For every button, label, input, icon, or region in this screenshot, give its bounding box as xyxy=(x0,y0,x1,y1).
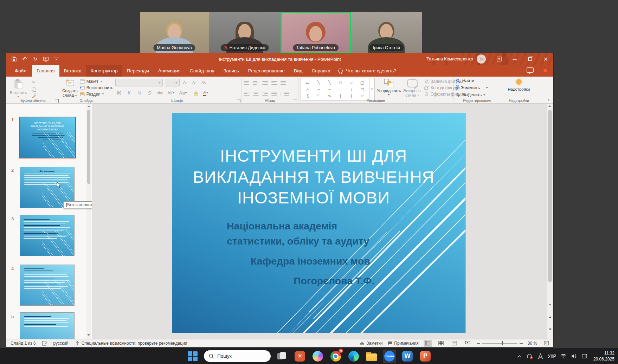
bold-button[interactable]: Ж xyxy=(115,89,122,97)
reset-slide-button[interactable]: Восстановить xyxy=(80,85,114,90)
tab-home[interactable]: Главная xyxy=(32,65,59,77)
shrink-font-icon[interactable]: А˅ xyxy=(191,79,198,86)
slide-canvas[interactable]: ІНСТРУМЕНТИ ШІ ДЛЯ ВИКЛАДАННЯ ТА ВИВЧЕНН… xyxy=(172,113,465,333)
shape-glyph[interactable]: } xyxy=(350,93,352,98)
notes-edit-icon[interactable] xyxy=(42,341,47,346)
shape-glyph[interactable]: → xyxy=(339,87,343,92)
minimize-button[interactable]: ─ xyxy=(507,53,522,65)
accessibility-status[interactable]: Специальные возможности: проверьте реком… xyxy=(75,341,187,346)
grow-font-icon[interactable]: А˄ xyxy=(182,79,189,86)
slide-thumbnail-panel[interactable]: 1 ІНСТРУМЕНТИ ШІ ДЛЯВИКЛАДАННЯ ТА ВИВЧЕН… xyxy=(6,104,92,339)
replace-button[interactable]: ab⇄ Заменить xyxy=(456,85,488,91)
italic-button[interactable]: К xyxy=(125,89,133,97)
powerpoint-app-button[interactable]: P xyxy=(419,350,432,363)
normal-view-button[interactable] xyxy=(424,340,432,347)
paste-button[interactable]: Вставить xyxy=(8,78,28,98)
ribbon-display-options-icon[interactable] xyxy=(491,53,507,65)
restore-button[interactable] xyxy=(522,53,538,65)
zoom-in-icon[interactable] xyxy=(520,342,523,345)
shape-glyph[interactable]: ∿ xyxy=(328,93,331,98)
shapes-gallery[interactable]: ▭╲╲□○▢ △⌐⌐→↓◻ ζ◠∿{}☆ xyxy=(301,78,375,98)
fit-to-window-button[interactable] xyxy=(542,340,551,347)
zoom-track[interactable] xyxy=(482,343,517,344)
tab-view[interactable]: Вид xyxy=(289,65,307,77)
start-button[interactable] xyxy=(186,350,199,363)
zoom-app-button[interactable]: zoom xyxy=(383,350,396,363)
shapes-grid[interactable]: ▭╲╲□○▢ △⌐⌐→↓◻ ζ◠∿{}☆ xyxy=(301,78,369,100)
underline-button[interactable]: Ч xyxy=(136,89,143,97)
zoom-knob[interactable] xyxy=(502,341,503,345)
scroll-up-arrow[interactable] xyxy=(88,105,90,107)
justify-icon[interactable] xyxy=(271,92,277,96)
undo-icon[interactable]: ↶ xyxy=(22,56,27,62)
line-spacing-icon[interactable] xyxy=(281,81,286,85)
addins-button[interactable]: Надстройки xyxy=(509,78,529,98)
strikethrough-button[interactable]: abc xyxy=(156,89,164,97)
proofing-language[interactable]: русский xyxy=(53,341,69,346)
highlight-color-button[interactable]: ab xyxy=(191,89,199,97)
shape-glyph[interactable]: ⌐ xyxy=(317,87,320,92)
notes-toggle[interactable]: Заметки xyxy=(360,341,382,346)
scroll-up-arrow[interactable] xyxy=(548,105,551,107)
align-right-icon[interactable] xyxy=(262,92,268,96)
tab-transitions[interactable]: Переходы xyxy=(122,65,154,77)
title-bar[interactable]: ↶ ↻ Інструменти ШІ для викладання та вив… xyxy=(6,53,553,65)
font-name-combo[interactable] xyxy=(115,79,163,86)
save-icon[interactable] xyxy=(11,56,17,62)
zoom-out-icon[interactable] xyxy=(477,343,480,344)
file-explorer-button[interactable] xyxy=(365,350,378,363)
change-case-button[interactable]: Aa xyxy=(179,89,188,97)
account-name[interactable]: Татьяна Комиссаренко xyxy=(426,57,473,61)
comments-bubble-icon[interactable] xyxy=(527,67,534,73)
customize-qat-icon[interactable] xyxy=(53,58,59,60)
tab-animations[interactable]: Анимация xyxy=(154,65,185,77)
align-left-icon[interactable] xyxy=(244,92,250,96)
character-spacing-button[interactable]: AV xyxy=(167,89,175,97)
slide-title[interactable]: ІНСТРУМЕНТИ ШІ ДЛЯ ВИКЛАДАННЯ ТА ВИВЧЕНН… xyxy=(172,145,455,208)
shape-glyph[interactable]: □ xyxy=(339,80,342,85)
shape-glyph[interactable]: ╲ xyxy=(317,80,320,85)
tab-file[interactable]: Файл xyxy=(9,65,32,77)
video-tile-iryna[interactable]: Ірина Стогній xyxy=(351,12,422,53)
format-painter-icon[interactable] xyxy=(30,93,37,98)
increase-indent-icon[interactable] xyxy=(271,81,277,85)
speaker-icon[interactable] xyxy=(571,353,577,359)
previous-slide-button[interactable] xyxy=(547,313,553,321)
dialog-launcher-icon[interactable] xyxy=(55,99,59,103)
slide-thumbnail-3[interactable] xyxy=(20,215,75,256)
layout-button[interactable]: Макет xyxy=(80,79,114,84)
decrease-indent-icon[interactable] xyxy=(262,81,268,85)
copilot-app-button[interactable] xyxy=(311,350,324,363)
tab-slideshow[interactable]: Слайд-шоу xyxy=(185,65,219,77)
align-center-icon[interactable] xyxy=(253,92,259,96)
chrome-app-button[interactable]: M xyxy=(329,350,342,363)
clear-format-icon[interactable]: A xyxy=(200,79,207,86)
video-tile-natalia[interactable]: Наталия Диденко xyxy=(209,12,281,53)
close-button[interactable]: × xyxy=(538,53,553,65)
audio-muted-icon[interactable] xyxy=(527,353,533,359)
slide-sorter-view-button[interactable] xyxy=(437,340,445,347)
shape-glyph[interactable]: ☆ xyxy=(360,93,364,98)
task-view-button[interactable] xyxy=(275,350,289,363)
tell-me-box[interactable]: Что вы хотите сделать? xyxy=(338,65,396,77)
shape-glyph[interactable]: ◻ xyxy=(361,87,364,92)
wifi-icon[interactable] xyxy=(560,353,567,359)
hidden-icons-chevron[interactable] xyxy=(516,353,522,359)
language-indicator[interactable]: УКР xyxy=(548,354,556,359)
scrollbar-thumb[interactable] xyxy=(548,110,552,282)
location-icon[interactable] xyxy=(537,353,543,359)
tab-record[interactable]: Запись xyxy=(219,65,243,77)
font-color-button[interactable]: А xyxy=(202,89,209,97)
document-scrollbar[interactable] xyxy=(547,104,553,339)
shape-glyph[interactable]: ▭ xyxy=(306,80,310,85)
reading-view-button[interactable] xyxy=(450,340,459,347)
scroll-down-arrow[interactable] xyxy=(547,300,553,309)
find-button[interactable]: Найти xyxy=(456,78,488,83)
slide-thumbnail-4[interactable] xyxy=(20,265,75,306)
word-app-button[interactable]: W xyxy=(401,350,414,363)
slide-thumbnail-5[interactable] xyxy=(20,312,75,339)
video-tile-tatiana[interactable]: Tatiana Pohorielova xyxy=(281,12,351,53)
select-button[interactable]: Выделить xyxy=(456,92,488,97)
shadow-button[interactable]: S xyxy=(146,89,153,97)
taskbar-clock[interactable]: 11:32 20.06.2025 xyxy=(593,350,614,362)
